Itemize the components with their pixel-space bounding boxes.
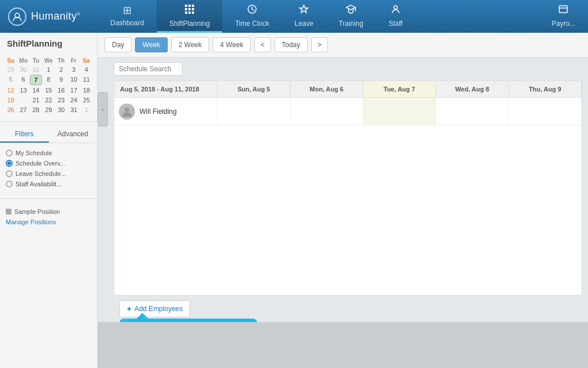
sidebar-title: ShiftPlanning (0, 39, 97, 54)
next-button[interactable]: > (311, 37, 328, 52)
cal-cell[interactable]: 4 (80, 65, 92, 74)
cal-cell[interactable]: 9 (55, 75, 67, 85)
nav-payroll[interactable]: Payro... (539, 0, 588, 33)
cal-cell[interactable]: 23 (55, 95, 67, 105)
cal-cell[interactable]: 30 (17, 65, 29, 74)
cal-cell[interactable]: 1 (42, 65, 55, 74)
cal-cell[interactable]: 17 (68, 86, 80, 95)
nav-timeclock[interactable]: Time Clock (222, 0, 282, 33)
cal-cell-today[interactable]: 7 (30, 75, 42, 85)
grid-header-tue: Tue, Aug 7 (363, 81, 436, 97)
grid-cell-wed (436, 98, 509, 125)
staff-icon (390, 4, 401, 17)
dashboard-icon: ⊞ (123, 4, 131, 17)
cal-cell[interactable]: 8 (42, 75, 55, 85)
today-button[interactable]: Today (274, 37, 308, 52)
tooltip-popup[interactable]: Let's start by adding a few employees to… (119, 319, 257, 322)
cal-cell[interactable]: 16 (55, 86, 67, 95)
cal-cell[interactable]: 28 (30, 105, 42, 114)
search-bar (108, 57, 588, 80)
cal-cell[interactable]: 12 (5, 86, 17, 95)
cal-cell[interactable]: 14 (30, 86, 42, 95)
cal-cell[interactable]: 10 (68, 75, 80, 85)
cal-cell[interactable]: 18 (80, 86, 92, 95)
cal-cell[interactable]: 15 (42, 86, 55, 95)
nav-leave[interactable]: Leave (282, 0, 326, 33)
cal-cell[interactable]: 13 (17, 86, 29, 95)
cal-cell[interactable]: 26 (5, 105, 17, 114)
svg-rect-8 (188, 12, 191, 14)
filter-schedule-overview[interactable]: Schedule Overv... (6, 158, 91, 168)
schedule-toolbar: Day Week 2 Week 4 Week < Today > (98, 33, 588, 57)
position-name: Sample Position (14, 208, 60, 215)
cal-day-tu: Tu (30, 56, 42, 65)
prev-button[interactable]: < (254, 37, 271, 52)
cal-cell[interactable]: 29 (42, 105, 55, 114)
cal-day-mo: Mo (17, 56, 30, 65)
add-employees-area: + Add Employees Let's start by adding a … (114, 296, 582, 322)
calendar-grid: 29 30 31 1 2 3 4 5 6 7 8 9 10 11 12 13 1… (5, 65, 92, 114)
view-week-button[interactable]: Week (135, 37, 167, 52)
svg-point-11 (394, 6, 397, 9)
radio-staff-availability (6, 181, 13, 187)
cal-cell[interactable]: 29 (5, 65, 17, 74)
cal-cell[interactable]: 1 (80, 105, 92, 114)
grid-header-thu: Thu, Aug 9 (509, 81, 582, 97)
nav-payroll-label: Payro... (552, 20, 575, 28)
employee-row: Will Fielding (114, 98, 582, 125)
cal-cell[interactable]: 25 (80, 95, 92, 105)
cal-cell[interactable]: 6 (17, 75, 29, 85)
svg-rect-2 (188, 5, 191, 7)
view-4week-button[interactable]: 4 Week (212, 37, 250, 52)
cal-cell[interactable]: 22 (42, 95, 55, 105)
tab-filters[interactable]: Filters (0, 126, 49, 143)
svg-rect-9 (192, 12, 194, 14)
tab-advanced[interactable]: Advanced (49, 126, 98, 143)
filter-leave-schedule[interactable]: Leave Schedule... (6, 168, 91, 179)
nav-dashboard[interactable]: ⊞ Dashboard (98, 0, 157, 33)
grid-cell-thu (509, 98, 582, 125)
filter-staff-availability[interactable]: Staff Availabilit... (6, 179, 91, 189)
manage-positions-link[interactable]: Manage Positions (0, 215, 97, 229)
cal-cell[interactable]: 5 (5, 75, 17, 85)
cal-cell[interactable]: 27 (17, 105, 29, 114)
logo-icon (8, 7, 26, 26)
leave-icon (299, 4, 309, 17)
cal-day-we: We (42, 56, 55, 65)
nav-staff[interactable]: Staff (376, 0, 415, 33)
filter-my-schedule[interactable]: My Schedule (6, 148, 91, 158)
nav-items: ⊞ Dashboard ShiftPlanning (98, 0, 588, 33)
sidebar-divider (0, 121, 97, 122)
cal-cell[interactable]: 30 (55, 105, 67, 114)
nav-leave-label: Leave (295, 20, 314, 28)
cal-cell[interactable]: 31 (68, 105, 80, 114)
nav-dashboard-label: Dashboard (110, 19, 144, 27)
payroll-icon (558, 4, 568, 17)
cal-cell[interactable] (17, 95, 29, 105)
svg-rect-4 (185, 8, 187, 10)
cal-cell[interactable]: 11 (80, 75, 92, 85)
cal-cell[interactable]: 19 (5, 95, 17, 105)
nav-training[interactable]: Training (326, 0, 376, 33)
view-2week-button[interactable]: 2 Week (171, 37, 209, 52)
cal-cell[interactable]: 31 (30, 65, 42, 74)
grid-cell-mon (291, 98, 363, 125)
schedule-search-input[interactable] (114, 62, 183, 76)
employee-cell: Will Fielding (114, 98, 218, 125)
schedule-grid: Aug 5, 2018 - Aug 11, 2018 Sun, Aug 5 Mo… (114, 80, 582, 296)
cal-day-fr: Fr (67, 56, 80, 65)
collapse-sidebar-button[interactable]: ‹ (98, 92, 108, 126)
cal-cell[interactable]: 2 (55, 65, 67, 74)
cal-cell[interactable]: 21 (30, 95, 42, 105)
cal-cell[interactable]: 24 (68, 95, 80, 105)
add-employees-button[interactable]: + Add Employees (119, 300, 190, 317)
bottom-fill (98, 322, 588, 368)
cal-cell[interactable]: 3 (68, 65, 80, 74)
add-employees-label: Add Employees (134, 305, 183, 313)
nav-shiftplanning[interactable]: ShiftPlanning (157, 0, 223, 33)
app-name: Humanity® (31, 10, 80, 22)
grid-header: Aug 5, 2018 - Aug 11, 2018 Sun, Aug 5 Mo… (114, 81, 582, 98)
cal-day-th: Th (55, 56, 67, 65)
view-day-button[interactable]: Day (105, 37, 131, 52)
radio-my-schedule (6, 150, 13, 156)
